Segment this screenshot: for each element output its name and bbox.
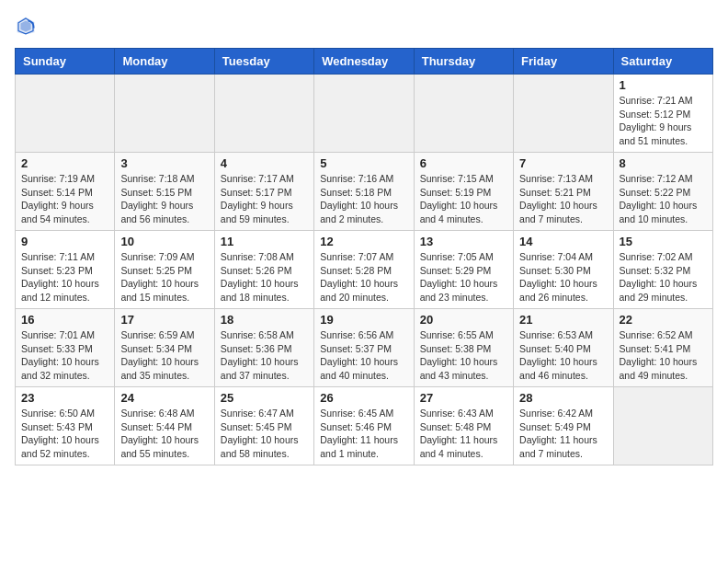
day-number: 14 [519,235,607,248]
day-info: Sunrise: 7:18 AM Sunset: 5:15 PM Dayligh… [120,172,208,226]
weekday-header-monday: Monday [115,49,214,75]
day-info: Sunrise: 6:47 AM Sunset: 5:45 PM Dayligh… [221,407,308,461]
calendar-cell: 22Sunrise: 6:52 AM Sunset: 5:41 PM Dayli… [613,309,712,387]
logo [15,15,40,37]
day-number: 6 [420,156,507,170]
day-info: Sunrise: 7:01 AM Sunset: 5:33 PM Dayligh… [21,328,108,383]
weekday-header-tuesday: Tuesday [214,49,313,75]
calendar-cell: 25Sunrise: 6:47 AM Sunset: 5:45 PM Dayli… [214,387,313,465]
day-info: Sunrise: 7:19 AM Sunset: 5:14 PM Dayligh… [21,172,108,226]
day-info: Sunrise: 6:52 AM Sunset: 5:41 PM Dayligh… [620,328,707,383]
day-info: Sunrise: 6:55 AM Sunset: 5:38 PM Dayligh… [420,328,507,383]
calendar-cell [214,75,313,153]
day-info: Sunrise: 6:48 AM Sunset: 5:44 PM Dayligh… [120,407,208,461]
calendar-cell: 27Sunrise: 6:43 AM Sunset: 5:48 PM Dayli… [414,387,513,465]
calendar-cell: 12Sunrise: 7:07 AM Sunset: 5:28 PM Dayli… [314,231,414,309]
day-info: Sunrise: 7:15 AM Sunset: 5:19 PM Dayligh… [420,172,507,226]
day-info: Sunrise: 7:11 AM Sunset: 5:23 PM Dayligh… [21,250,108,304]
day-number: 28 [519,391,607,405]
page-header [15,15,713,37]
calendar-cell [514,75,613,153]
day-info: Sunrise: 7:02 AM Sunset: 5:32 PM Dayligh… [620,250,707,304]
calendar-cell: 8Sunrise: 7:12 AM Sunset: 5:22 PM Daylig… [613,153,712,231]
week-row-2: 2Sunrise: 7:19 AM Sunset: 5:14 PM Daylig… [16,153,713,231]
day-info: Sunrise: 7:17 AM Sunset: 5:17 PM Dayligh… [221,172,308,226]
calendar-cell: 7Sunrise: 7:13 AM Sunset: 5:21 PM Daylig… [514,153,613,231]
week-row-1: 1Sunrise: 7:21 AM Sunset: 5:12 PM Daylig… [16,75,713,153]
day-number: 23 [21,391,108,405]
day-info: Sunrise: 6:42 AM Sunset: 5:49 PM Dayligh… [519,407,607,461]
day-info: Sunrise: 7:07 AM Sunset: 5:28 PM Dayligh… [320,250,407,304]
day-info: Sunrise: 7:12 AM Sunset: 5:22 PM Dayligh… [620,172,707,226]
day-number: 8 [620,156,707,170]
weekday-header-thursday: Thursday [414,49,513,75]
weekday-header-saturday: Saturday [613,49,712,75]
calendar-cell [115,75,214,153]
calendar-cell: 26Sunrise: 6:45 AM Sunset: 5:46 PM Dayli… [314,387,414,465]
day-info: Sunrise: 7:13 AM Sunset: 5:21 PM Dayligh… [519,172,607,226]
week-row-5: 23Sunrise: 6:50 AM Sunset: 5:43 PM Dayli… [16,387,713,465]
day-info: Sunrise: 7:05 AM Sunset: 5:29 PM Dayligh… [420,250,507,304]
day-info: Sunrise: 6:45 AM Sunset: 5:46 PM Dayligh… [320,407,407,461]
day-info: Sunrise: 6:58 AM Sunset: 5:36 PM Dayligh… [221,328,308,383]
weekday-header-sunday: Sunday [16,49,115,75]
weekday-header-row: SundayMondayTuesdayWednesdayThursdayFrid… [16,49,713,75]
calendar-cell: 24Sunrise: 6:48 AM Sunset: 5:44 PM Dayli… [115,387,214,465]
day-number: 16 [21,313,108,327]
calendar-cell: 3Sunrise: 7:18 AM Sunset: 5:15 PM Daylig… [115,153,214,231]
calendar-cell [314,75,414,153]
calendar-cell: 9Sunrise: 7:11 AM Sunset: 5:23 PM Daylig… [16,231,115,309]
calendar-cell [16,75,115,153]
day-number: 1 [620,78,707,92]
calendar-cell: 21Sunrise: 6:53 AM Sunset: 5:40 PM Dayli… [514,309,613,387]
day-number: 17 [120,313,208,327]
calendar-cell [613,387,712,465]
calendar-cell: 18Sunrise: 6:58 AM Sunset: 5:36 PM Dayli… [214,309,313,387]
day-number: 24 [120,391,208,405]
calendar-cell: 10Sunrise: 7:09 AM Sunset: 5:25 PM Dayli… [115,231,214,309]
weekday-header-friday: Friday [514,49,613,75]
day-number: 3 [120,156,208,170]
day-info: Sunrise: 6:53 AM Sunset: 5:40 PM Dayligh… [519,328,607,383]
calendar-cell: 4Sunrise: 7:17 AM Sunset: 5:17 PM Daylig… [214,153,313,231]
logo-icon [15,15,37,37]
day-number: 4 [221,156,308,170]
calendar-cell: 14Sunrise: 7:04 AM Sunset: 5:30 PM Dayli… [514,231,613,309]
day-info: Sunrise: 6:56 AM Sunset: 5:37 PM Dayligh… [320,328,407,383]
calendar-cell: 6Sunrise: 7:15 AM Sunset: 5:19 PM Daylig… [414,153,513,231]
calendar-cell: 1Sunrise: 7:21 AM Sunset: 5:12 PM Daylig… [613,75,712,153]
calendar-cell: 2Sunrise: 7:19 AM Sunset: 5:14 PM Daylig… [16,153,115,231]
day-number: 5 [320,156,407,170]
day-number: 22 [620,313,707,327]
day-info: Sunrise: 6:50 AM Sunset: 5:43 PM Dayligh… [21,407,108,461]
calendar-table: SundayMondayTuesdayWednesdayThursdayFrid… [15,48,713,465]
day-info: Sunrise: 7:16 AM Sunset: 5:18 PM Dayligh… [320,172,407,226]
calendar-cell [414,75,513,153]
day-info: Sunrise: 7:09 AM Sunset: 5:25 PM Dayligh… [120,250,208,304]
day-info: Sunrise: 6:43 AM Sunset: 5:48 PM Dayligh… [420,407,507,461]
day-info: Sunrise: 7:04 AM Sunset: 5:30 PM Dayligh… [519,250,607,304]
day-number: 19 [320,313,407,327]
calendar-cell: 17Sunrise: 6:59 AM Sunset: 5:34 PM Dayli… [115,309,214,387]
day-info: Sunrise: 7:21 AM Sunset: 5:12 PM Dayligh… [620,94,707,148]
day-number: 27 [420,391,507,405]
day-number: 7 [519,156,607,170]
calendar-cell: 5Sunrise: 7:16 AM Sunset: 5:18 PM Daylig… [314,153,414,231]
day-number: 15 [620,235,707,248]
weekday-header-wednesday: Wednesday [314,49,414,75]
calendar-cell: 13Sunrise: 7:05 AM Sunset: 5:29 PM Dayli… [414,231,513,309]
day-info: Sunrise: 6:59 AM Sunset: 5:34 PM Dayligh… [120,328,208,383]
day-number: 12 [320,235,407,248]
day-number: 20 [420,313,507,327]
day-number: 10 [120,235,208,248]
day-number: 18 [221,313,308,327]
calendar-cell: 20Sunrise: 6:55 AM Sunset: 5:38 PM Dayli… [414,309,513,387]
week-row-4: 16Sunrise: 7:01 AM Sunset: 5:33 PM Dayli… [16,309,713,387]
day-number: 13 [420,235,507,248]
calendar-cell: 16Sunrise: 7:01 AM Sunset: 5:33 PM Dayli… [16,309,115,387]
calendar-cell: 19Sunrise: 6:56 AM Sunset: 5:37 PM Dayli… [314,309,414,387]
calendar-cell: 28Sunrise: 6:42 AM Sunset: 5:49 PM Dayli… [514,387,613,465]
day-info: Sunrise: 7:08 AM Sunset: 5:26 PM Dayligh… [221,250,308,304]
day-number: 21 [519,313,607,327]
day-number: 11 [221,235,308,248]
